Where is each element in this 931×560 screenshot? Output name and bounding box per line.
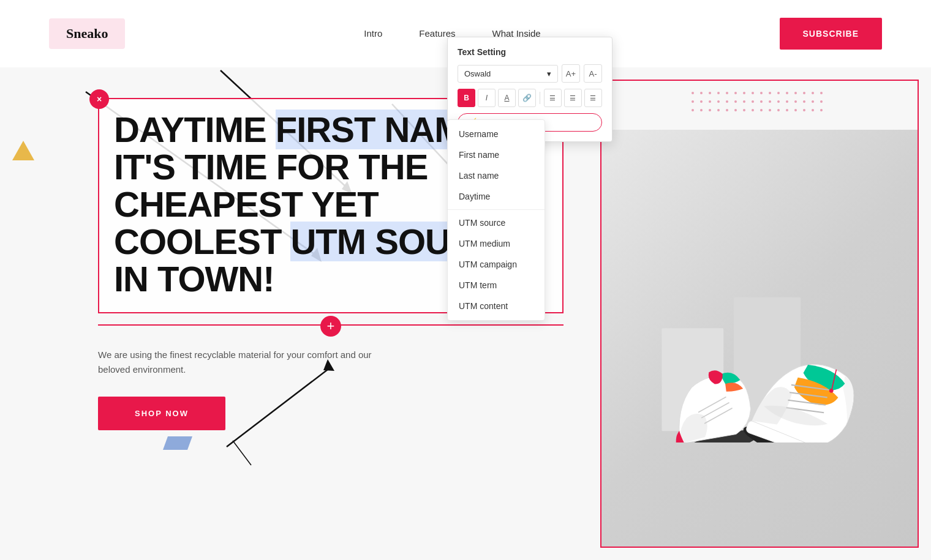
- menu-item-utm-content[interactable]: UTM content: [448, 296, 545, 316]
- format-controls-row: B I A 🔗 ☰ ☰ ☰: [458, 89, 602, 107]
- dot: [734, 109, 737, 111]
- link-button[interactable]: 🔗: [518, 89, 536, 107]
- body-text: We are using the finest recyclable mater…: [98, 348, 392, 377]
- dot-grid-decoration: // Will generate dots via JS below: [692, 92, 827, 116]
- dropdown-divider: [448, 209, 545, 210]
- dot: [820, 92, 823, 94]
- dot: [820, 100, 823, 103]
- underline-icon: A: [504, 94, 509, 102]
- dot: [777, 100, 780, 103]
- dot: [794, 92, 797, 94]
- svg-line-8: [233, 441, 251, 465]
- dot: [743, 100, 745, 103]
- dot: [777, 92, 780, 94]
- font-select[interactable]: Oswald ▾: [458, 65, 558, 83]
- dot: [769, 109, 771, 111]
- panel-title: Text Setting: [458, 47, 602, 57]
- menu-item-utm-term[interactable]: UTM term: [448, 275, 545, 296]
- font-controls: Oswald ▾ A+ A-: [458, 64, 602, 83]
- dot: [752, 92, 754, 94]
- dot: [692, 109, 694, 111]
- font-name: Oswald: [464, 69, 491, 78]
- dot: [752, 100, 754, 103]
- shop-now-button[interactable]: SHOP NOW: [98, 397, 225, 430]
- logo-text: Sneako: [66, 26, 108, 41]
- dot: [769, 92, 771, 94]
- dynamic-tags-dropdown: Username First name Last name Daytime UT…: [447, 119, 545, 321]
- italic-icon: I: [486, 94, 488, 102]
- triangle-decoration: [12, 141, 34, 160]
- headline-daytime: DAYTIME: [114, 110, 276, 149]
- svg-line-6: [227, 367, 331, 447]
- menu-item-utm-source[interactable]: UTM source: [448, 212, 545, 233]
- sneaker-illustration: [631, 234, 888, 442]
- align-center-icon: ☰: [570, 94, 576, 102]
- add-icon: +: [327, 318, 335, 334]
- dot: [743, 109, 745, 111]
- dot: [700, 100, 703, 103]
- dot: [803, 92, 805, 94]
- add-section-button[interactable]: +: [320, 316, 341, 337]
- dot: [700, 92, 703, 94]
- dot: [717, 100, 720, 103]
- close-icon: ×: [97, 94, 102, 104]
- bold-button[interactable]: B: [458, 89, 475, 107]
- dot: [717, 109, 720, 111]
- dot: [709, 109, 711, 111]
- dot: [777, 109, 780, 111]
- dot: [709, 100, 711, 103]
- underline-button[interactable]: A: [498, 89, 516, 107]
- dot: [726, 100, 728, 103]
- dot: [700, 109, 703, 111]
- dot: [760, 92, 763, 94]
- dot: [786, 109, 788, 111]
- dot: [812, 109, 814, 111]
- close-button[interactable]: ×: [89, 89, 109, 109]
- chevron-down-icon: ▾: [547, 69, 551, 78]
- align-right-button[interactable]: ☰: [584, 89, 602, 107]
- align-left-icon: ☰: [549, 94, 556, 102]
- dot: [752, 109, 754, 111]
- sneaker-image: [601, 130, 918, 547]
- align-center-button[interactable]: ☰: [564, 89, 582, 107]
- dot: [786, 92, 788, 94]
- parallelogram-decoration: [163, 436, 192, 450]
- dot: [803, 109, 805, 111]
- dot: [709, 92, 711, 94]
- menu-item-utm-medium[interactable]: UTM medium: [448, 233, 545, 254]
- dot: [734, 92, 737, 94]
- bold-icon: B: [464, 94, 469, 102]
- dot: [786, 100, 788, 103]
- menu-item-lastname[interactable]: Last name: [448, 165, 545, 186]
- logo-box: Sneako: [49, 18, 125, 49]
- dot: [820, 109, 823, 111]
- link-icon: 🔗: [522, 94, 532, 102]
- dot: [769, 100, 771, 103]
- nav-link-intro[interactable]: Intro: [364, 28, 382, 39]
- dot: [760, 109, 763, 111]
- dot: [794, 100, 797, 103]
- dot: [812, 100, 814, 103]
- menu-item-username[interactable]: Username: [448, 124, 545, 144]
- menu-item-utm-campaign[interactable]: UTM campaign: [448, 254, 545, 275]
- dot: [734, 100, 737, 103]
- dot: [692, 92, 694, 94]
- menu-item-firstname[interactable]: First name: [448, 144, 545, 165]
- nav-item-intro[interactable]: Intro: [364, 28, 382, 39]
- format-separator: [540, 92, 540, 104]
- align-right-icon: ☰: [590, 94, 596, 102]
- dot: [812, 92, 814, 94]
- subscribe-button[interactable]: SUBSCRIBE: [780, 18, 882, 50]
- font-decrease-button[interactable]: A-: [584, 64, 602, 83]
- dot: [794, 109, 797, 111]
- dot: [726, 92, 728, 94]
- menu-item-daytime[interactable]: Daytime: [448, 186, 545, 207]
- align-left-button[interactable]: ☰: [544, 89, 562, 107]
- dot: [743, 92, 745, 94]
- dot: [760, 100, 763, 103]
- dot: [692, 100, 694, 103]
- headline-part3: IN TOWN!: [114, 259, 274, 299]
- dot: [726, 109, 728, 111]
- italic-button[interactable]: I: [478, 89, 496, 107]
- font-increase-button[interactable]: A+: [562, 64, 580, 83]
